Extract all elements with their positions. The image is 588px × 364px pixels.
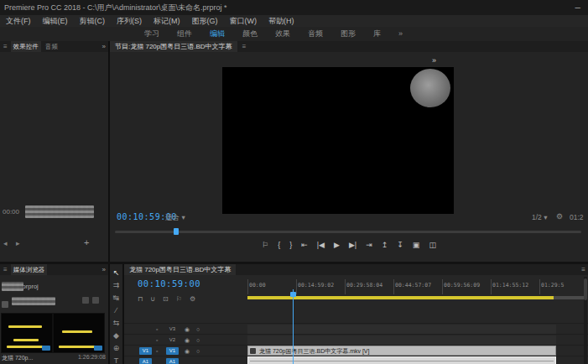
track-toggle-icon[interactable]: ○	[196, 336, 200, 344]
program-playhead[interactable]	[174, 228, 179, 235]
go-to-in-button[interactable]: ⇤	[301, 241, 308, 249]
menu-item-edit[interactable]: 编辑(E)	[37, 15, 74, 27]
settings-wrench-icon[interactable]: ⚙	[556, 212, 563, 221]
workspace-tab-audio[interactable]: 音频	[308, 27, 323, 41]
censored-region	[12, 297, 55, 305]
icon-view-icon[interactable]	[92, 297, 99, 304]
workspace-tab-editing[interactable]: 编辑	[210, 27, 225, 41]
linked-selection-icon[interactable]: ⊡	[163, 295, 169, 303]
timeline-settings-icon[interactable]: ⚙	[190, 295, 195, 303]
track-label-v3[interactable]: V3	[166, 325, 179, 333]
timeline-video-clip[interactable]: 龙猫 720p国粤日三语.BD中文字幕.mkv [V]	[247, 346, 556, 356]
menu-item-help[interactable]: 帮助(H)	[263, 15, 300, 27]
tab-effect-controls[interactable]: 效果控件	[11, 41, 41, 52]
project-clip-thumbnail[interactable]	[53, 313, 105, 353]
add-marker-icon[interactable]: ⚐	[176, 295, 182, 303]
add-button[interactable]: +	[84, 237, 89, 247]
track-toggle-icon[interactable]: ○	[196, 347, 200, 355]
ruler-label: 00:44:57:07	[395, 282, 431, 289]
track-label-v2[interactable]: V2	[166, 336, 179, 344]
program-overflow-chevron[interactable]: »	[432, 56, 436, 65]
minimize-button[interactable]: ─	[575, 0, 580, 15]
track-row-v1: V1 ▫ V1 ◉ ○ 龙猫 720p国粤日三语.BD中文字幕.mkv [V]	[124, 345, 588, 356]
tab-audio-mixer[interactable]: 音频	[41, 41, 62, 52]
menu-item-marker[interactable]: 标记(M)	[148, 15, 186, 27]
export-frame-button[interactable]: ▣	[413, 241, 420, 249]
tab-program-monitor[interactable]: 节目:龙猫 720p国粤日三语.BD中文字幕	[110, 41, 237, 52]
tab-sequence[interactable]: 龙猫 720p国粤日三语.BD中文字幕	[124, 264, 236, 275]
go-to-out-button[interactable]: ⇥	[366, 241, 372, 249]
thumbnail-subtitle-text	[13, 339, 39, 341]
timeline-audio-clip[interactable]	[247, 356, 556, 364]
extract-button[interactable]: ↧	[397, 241, 403, 249]
panel-menu-icon[interactable]: ≡	[0, 43, 11, 50]
timeline-panel-menu-icon[interactable]: ≡	[581, 264, 585, 275]
menu-item-window[interactable]: 窗口(W)	[224, 15, 263, 27]
timeline-scrollbar[interactable]	[584, 277, 587, 364]
source-patch-a1[interactable]: A1	[139, 358, 152, 364]
ripple-edit-tool[interactable]: ↹	[113, 294, 120, 302]
step-forward-button[interactable]: ▶|	[349, 241, 356, 249]
track-output-eye-icon[interactable]: ◉	[185, 336, 190, 344]
selection-tool[interactable]: ↖	[113, 268, 120, 277]
workspace-tab-effects[interactable]: 效果	[275, 27, 290, 41]
workspace-tab-learning[interactable]: 学习	[144, 27, 159, 41]
lift-button[interactable]: ↥	[382, 241, 388, 249]
menu-item-clip[interactable]: 剪辑(C)	[74, 15, 112, 27]
hand-tool[interactable]: ⊕	[113, 344, 120, 352]
program-panel-menu-icon[interactable]: ≡	[239, 43, 250, 50]
list-view-icon[interactable]	[82, 297, 89, 304]
timeline-playhead-line[interactable]	[293, 289, 294, 364]
workspace-tab-assembly[interactable]: 组件	[177, 27, 192, 41]
track-select-tool[interactable]: ⇉	[113, 281, 120, 289]
type-tool[interactable]: T	[114, 356, 119, 364]
panel-overflow-chevron[interactable]: »	[102, 41, 106, 52]
menu-item-file[interactable]: 文件(F)	[0, 15, 37, 27]
ruler-label: 00:00	[249, 282, 266, 289]
timeline-timecode[interactable]: 00:10:59:00	[138, 278, 200, 289]
track-lock-icon[interactable]: ▫	[156, 325, 158, 333]
fit-dropdown[interactable]: 适合 ▾	[165, 213, 185, 223]
tab-media-browser[interactable]: 媒体浏览器	[11, 264, 48, 275]
program-scrub-bar[interactable]	[115, 231, 581, 233]
track-toggle-icon[interactable]: ○	[196, 325, 200, 333]
source-patch-v1[interactable]: V1	[139, 347, 152, 355]
panel-menu-icon[interactable]: ≡	[0, 266, 11, 273]
step-back-button[interactable]: |◀	[317, 241, 325, 249]
project-file-item[interactable]: 未命名.prproj	[2, 282, 107, 291]
track-area-v2[interactable]	[247, 335, 556, 345]
track-target-v1[interactable]: V1	[166, 347, 179, 355]
nest-toggle-icon[interactable]: ⊓	[138, 295, 143, 303]
add-marker-button[interactable]: ⚐	[262, 241, 268, 249]
mark-in-button[interactable]: {	[278, 241, 280, 249]
workspace-tab-libraries[interactable]: 库	[373, 27, 381, 41]
track-output-eye-icon[interactable]: ◉	[185, 347, 190, 355]
track-target-a1[interactable]: A1	[166, 358, 179, 364]
menu-item-graphics[interactable]: 图形(G)	[186, 15, 224, 27]
video-frame-content	[410, 69, 450, 107]
slip-tool[interactable]: ⇆	[113, 319, 120, 327]
play-button[interactable]: ▶	[334, 241, 340, 249]
sequence-list-item[interactable]	[2, 296, 107, 306]
scrollbar-thumb[interactable]	[584, 278, 587, 300]
next-keyframe-icon[interactable]: ▸	[16, 239, 20, 247]
track-area-v3[interactable]	[247, 325, 556, 334]
panel-overflow-chevron[interactable]: »	[102, 264, 106, 275]
track-lock-icon[interactable]: ▫	[156, 347, 158, 355]
project-clip-thumbnail[interactable]	[1, 313, 53, 353]
razor-tool[interactable]: ∕	[116, 306, 117, 315]
track-output-eye-icon[interactable]: ◉	[185, 325, 190, 333]
workspace-tab-color[interactable]: 颜色	[242, 27, 258, 41]
workspace-tab-graphics[interactable]: 图形	[341, 27, 356, 41]
timeline-ruler[interactable]: 00:00 00:14:59:02 00:29:58:04 00:44:57:0…	[247, 279, 584, 294]
resolution-dropdown[interactable]: 1/2 ▾	[532, 213, 547, 221]
comparison-view-button[interactable]: ◫	[429, 241, 436, 249]
workspace-overflow-chevron[interactable]: »	[398, 27, 403, 41]
track-lock-icon[interactable]: ▫	[156, 336, 158, 344]
timeline-playhead-head[interactable]	[290, 292, 296, 297]
pen-tool[interactable]: ◆	[113, 331, 119, 340]
menu-item-sequence[interactable]: 序列(S)	[111, 15, 148, 27]
mark-out-button[interactable]: }	[289, 241, 292, 249]
snap-magnet-icon[interactable]: ∪	[150, 295, 155, 303]
previous-keyframe-icon[interactable]: ◂	[3, 239, 8, 247]
